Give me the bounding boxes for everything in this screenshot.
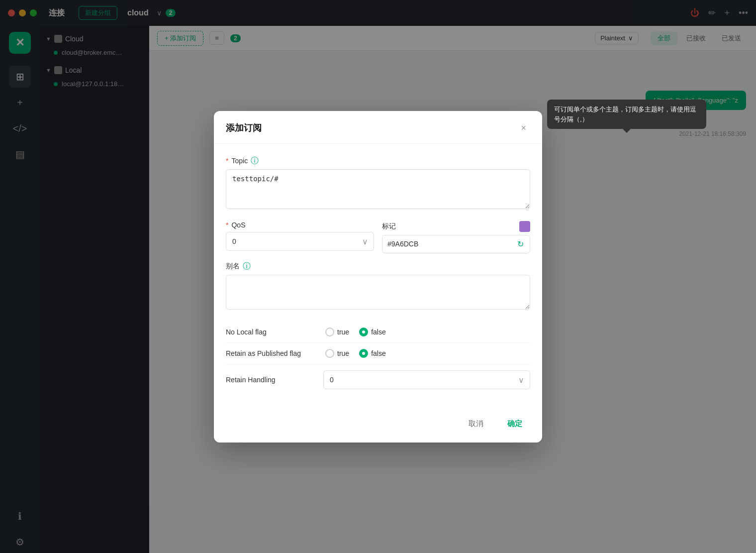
color-input-wrapper: ↻ — [382, 235, 530, 253]
retain-published-false-radio[interactable] — [359, 349, 368, 358]
qos-label: * QoS — [226, 221, 374, 229]
tooltip-text: 可订阅单个或多个主题，订阅多主题时，请使用逗号分隔（,） — [554, 106, 696, 123]
alias-input[interactable] — [226, 275, 530, 310]
modal-body: * Topic ⓘ testtopic/# * QoS — [214, 144, 542, 407]
cancel-button[interactable]: 取消 — [461, 415, 491, 433]
no-local-true-radio[interactable] — [325, 328, 334, 336]
retain-handling-select-wrapper: 0 1 2 — [323, 370, 530, 389]
color-swatch-preview[interactable] — [519, 221, 530, 232]
retain-published-true-option[interactable]: true — [325, 349, 349, 358]
no-local-true-label: true — [337, 328, 349, 336]
alias-label-text: 别名 — [226, 262, 240, 271]
retain-handling-group: Retain Handling 0 1 2 — [226, 364, 530, 395]
no-local-false-label: false — [371, 328, 386, 336]
topic-required-mark: * — [226, 157, 228, 165]
confirm-button[interactable]: 确定 — [499, 415, 530, 433]
qos-required-mark: * — [226, 221, 228, 229]
retain-published-true-radio[interactable] — [325, 349, 334, 358]
color-refresh-icon[interactable]: ↻ — [511, 235, 530, 253]
retain-published-false-option[interactable]: false — [359, 349, 386, 358]
content-area: + 添加订阅 ≡ 2 Plaintext ∨ 全部 已接收 已发送 { "tes… — [149, 26, 756, 553]
tooltip: 可订阅单个或多个主题，订阅多主题时，请使用逗号分隔（,） — [547, 100, 706, 129]
tag-label-row: 标记 — [382, 221, 530, 232]
no-local-flag-group: No Local flag true false — [226, 322, 530, 343]
color-input[interactable] — [382, 236, 511, 252]
topic-form-group: * Topic ⓘ testtopic/# — [226, 156, 530, 211]
retain-published-false-label: false — [371, 349, 386, 357]
retain-published-flag-group: Retain as Published flag true false — [226, 343, 530, 364]
no-local-false-radio[interactable] — [359, 328, 368, 336]
modal-backdrop: 可订阅单个或多个主题，订阅多主题时，请使用逗号分隔（,） 添加订阅 × * To… — [0, 0, 756, 553]
alias-form-group: 别名 ⓘ — [226, 261, 530, 312]
no-local-true-option[interactable]: true — [325, 328, 349, 336]
qos-select[interactable]: 0 1 2 — [226, 232, 374, 251]
modal-close-button[interactable]: × — [517, 121, 530, 135]
qos-label-text: QoS — [231, 221, 245, 229]
qos-tag-row: * QoS 0 1 2 — [226, 221, 530, 253]
tag-label-text: 标记 — [382, 222, 396, 231]
topic-info-icon[interactable]: ⓘ — [251, 156, 259, 166]
no-local-flag-label: No Local flag — [226, 328, 315, 336]
qos-col: * QoS 0 1 2 — [226, 221, 374, 253]
modal-title: 添加订阅 — [226, 122, 262, 134]
topic-input[interactable]: testtopic/# — [226, 169, 530, 209]
retain-handling-select[interactable]: 0 1 2 — [323, 370, 530, 389]
retain-published-flag-label: Retain as Published flag — [226, 349, 315, 357]
topic-label: * Topic ⓘ — [226, 156, 530, 166]
add-subscription-modal: 添加订阅 × * Topic ⓘ testtopic/# — [214, 111, 542, 442]
modal-header: 添加订阅 × — [214, 111, 542, 144]
qos-select-wrapper: 0 1 2 — [226, 232, 374, 251]
retain-published-true-label: true — [337, 349, 349, 357]
no-local-false-option[interactable]: false — [359, 328, 386, 336]
modal-footer: 取消 确定 — [214, 407, 542, 442]
topic-label-text: Topic — [231, 157, 248, 165]
retain-handling-label: Retain Handling — [226, 376, 315, 384]
tag-col: 标记 ↻ — [382, 221, 530, 253]
main-layout: ✕ ⊞ + </> ▤ ℹ ⚙ ▼ Cloud cloud@broker.emc… — [0, 26, 756, 553]
alias-info-icon[interactable]: ⓘ — [243, 261, 251, 272]
alias-label: 别名 ⓘ — [226, 261, 530, 272]
